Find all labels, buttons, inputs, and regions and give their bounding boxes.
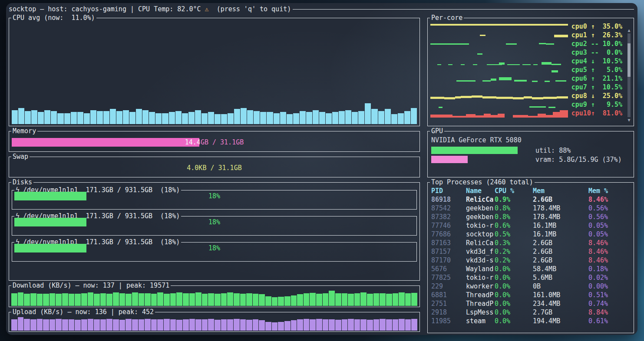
disk-item: ϟ/dev/nvme1n1p1 171.3GB / 931.5GB (18%)1…: [12, 242, 417, 262]
core-row[interactable]: cpu4↓10.5%: [430, 57, 622, 66]
core-spark: [430, 22, 568, 31]
scrollbar-track[interactable]: [627, 33, 631, 117]
core-trend-icon: ↑: [591, 31, 599, 39]
spark-segment: [482, 80, 491, 82]
chart-bar: [316, 294, 322, 306]
gauge-label-overlay: 14.4GB / 31.1GB: [12, 138, 199, 147]
spark-segment: [476, 115, 484, 118]
scroll-down-icon[interactable]: ▼: [627, 118, 630, 122]
processes-title: Top Processes (2460 total): [430, 178, 535, 187]
process-row[interactable]: 229kworker0.0%0B0.00%: [428, 282, 634, 291]
cell-mem: 178.4MB: [533, 213, 588, 221]
cell-mem: 178.4MB: [533, 204, 588, 213]
chart-bar: [365, 103, 371, 125]
process-row[interactable]: 87170vkd3d-s0.2%2.6GB8.46%: [428, 256, 634, 265]
core-row[interactable]: cpu0↑35.0%: [430, 22, 622, 31]
chart-bar: [260, 112, 266, 124]
process-row[interactable]: 5676Wayland0.0%58.4MB0.18%: [428, 265, 634, 273]
core-row[interactable]: cpu8↓25.0%: [430, 92, 622, 100]
gauge-label: 4.0KB / 31.1GB: [12, 164, 417, 172]
gpu-util-bar: [431, 147, 529, 154]
core-trend-icon: ↑: [591, 23, 599, 30]
chart-bar: [110, 109, 116, 124]
cpu-avg-chart: [12, 24, 417, 124]
core-value: 21.1%: [599, 75, 622, 82]
chart-bar: [399, 319, 405, 331]
scroll-up-icon[interactable]: ▲: [627, 28, 630, 33]
spark-segment: [532, 81, 538, 82]
chart-bar: [221, 114, 227, 124]
process-list: 86918RelicCa0.9%2.6GB8.46%87542geekben0.…: [428, 195, 634, 325]
download-title: Download (KB/s) — now: 137 | peak: 19571: [11, 281, 171, 290]
memory-title: Memory: [11, 127, 37, 135]
header-cell: Mem: [533, 187, 588, 195]
panel-gpu: GPU NVIDIA GeForce RTX 5080 util: 88% vr…: [427, 131, 634, 177]
chart-bar: [88, 319, 94, 331]
chart-bar: [373, 319, 380, 331]
chart-bar: [253, 319, 259, 331]
core-row[interactable]: cpu2--10.0%: [430, 39, 622, 48]
spark-segment: [491, 115, 498, 118]
chart-bar: [345, 110, 351, 124]
spark-segment: [552, 70, 558, 72]
upload-title: Upload (KB/s) — now: 136 | peak: 452: [11, 308, 155, 316]
core-row[interactable]: cpu9↑9.5%: [430, 100, 622, 109]
cell-cpu: 0.0%: [495, 308, 533, 317]
chart-bar: [354, 293, 360, 306]
process-row[interactable]: 77746tokio-r0.6%16.1MB0.05%: [428, 221, 634, 230]
core-value: 25.0%: [599, 92, 622, 100]
swap-title: Swap: [11, 152, 30, 161]
core-name: cpu9: [571, 101, 591, 108]
core-trend-icon: ↑: [591, 83, 599, 91]
process-row[interactable]: 87163RelicCa0.3%2.6GB8.46%: [428, 239, 634, 247]
core-trend-icon: ↑: [591, 101, 599, 108]
chart-bar: [253, 294, 259, 306]
core-name: cpu5: [571, 66, 591, 74]
chart-bar: [240, 319, 246, 331]
scrollbar-thumb[interactable]: [627, 43, 631, 77]
spark-segment: [507, 64, 519, 65]
cell-name: vkd3d-s: [466, 256, 495, 265]
cell-memp: 0.74%: [588, 299, 630, 308]
process-row[interactable]: 6881ThreadP0.0%161.0MB0.51%: [428, 291, 634, 299]
process-row[interactable]: 87382geekben0.8%178.4MB0.56%: [428, 213, 634, 221]
process-row[interactable]: 87542geekben0.8%178.4MB0.56%: [428, 204, 634, 213]
chart-bar: [319, 112, 325, 124]
process-row[interactable]: 2751ThreadP0.0%234.4MB0.74%: [428, 299, 634, 308]
core-value: 9.5%: [599, 101, 622, 108]
core-row[interactable]: cpu7↑10.5%: [430, 83, 622, 92]
process-row[interactable]: 11985steam0.0%194.4MB0.61%: [428, 317, 634, 325]
chart-bar: [94, 294, 100, 306]
chart-bar: [157, 292, 163, 306]
process-row[interactable]: 2918LspMess0.0%2.7GB8.84%: [428, 308, 634, 317]
chart-bar: [139, 319, 145, 331]
chart-bar: [195, 319, 201, 331]
chart-bar: [164, 294, 170, 306]
core-row[interactable]: cpu3--0.0%: [430, 48, 622, 57]
border-segment: [181, 242, 416, 243]
chart-bar: [246, 320, 252, 331]
core-value: 0.0%: [599, 49, 622, 56]
core-row[interactable]: cpu5↑5.0%: [430, 66, 622, 74]
spark-segment: [545, 81, 550, 82]
process-row[interactable]: 87157vkd3d_f0.2%2.6GB8.46%: [428, 247, 634, 256]
cell-name: geekben: [466, 213, 495, 221]
core-row[interactable]: cpu1↑26.3%: [430, 31, 622, 39]
panel-download: Download (KB/s) — now: 137 | peak: 19571: [9, 285, 420, 307]
chart-bar: [291, 295, 297, 306]
panel-swap: Swap 4.0KB / 31.1GB: [9, 157, 420, 177]
spark-segment: [524, 96, 532, 98]
core-row[interactable]: cpu10↑81.0%: [430, 109, 622, 118]
cell-cpu: 0.9%: [495, 195, 533, 204]
process-row[interactable]: 77825tokio-r0.0%5.6MB0.02%: [428, 273, 634, 282]
process-row[interactable]: 86918RelicCa0.9%2.6GB8.46%: [428, 195, 634, 204]
per-core-scrollbar[interactable]: ▲ ▼: [627, 28, 631, 122]
core-row[interactable]: cpu6↑21.1%: [430, 74, 622, 83]
warning-icon: ⚠: [205, 5, 209, 13]
process-row[interactable]: 77686socktop0.5%16.1MB0.05%: [428, 230, 634, 239]
chart-bar: [157, 319, 163, 331]
core-trend-icon: ↑: [591, 109, 599, 117]
chart-bar: [348, 319, 354, 331]
chart-bar: [405, 319, 411, 331]
spark-segment: [554, 35, 568, 37]
